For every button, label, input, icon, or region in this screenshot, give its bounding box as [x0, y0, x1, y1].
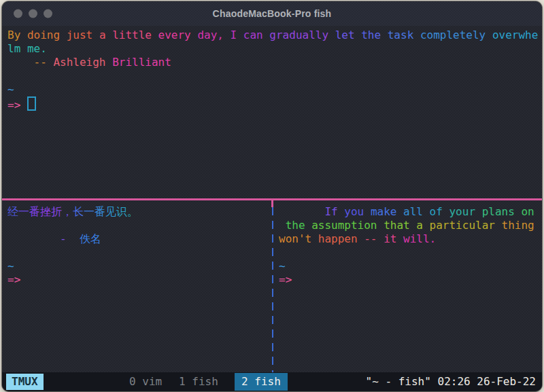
traffic-lights [14, 10, 52, 18]
close-button-icon[interactable] [14, 10, 22, 18]
tmux-window-1-fish[interactable]: 1 fish [179, 372, 218, 391]
prompt-path: ~ [7, 260, 267, 273]
terminal-content[interactable]: By doing just a little every day, I can … [2, 26, 542, 372]
quote-line: won't happen -- it will. [279, 232, 542, 246]
blank-line [279, 246, 542, 260]
tmux-window-2-fish-active[interactable]: 2 fish [235, 373, 288, 391]
prompt-path: ~ [279, 260, 542, 273]
blank-line [7, 246, 267, 260]
minimize-button-icon[interactable] [29, 10, 37, 18]
tmux-session-badge: TMUX [6, 374, 44, 390]
zoom-button-icon[interactable] [44, 10, 52, 18]
quote-attribution: - 佚名 [7, 232, 267, 246]
prompt-path: ~ [7, 83, 542, 96]
quote-line: the assumption that a particular thing [279, 219, 542, 232]
tmux-status-bar: TMUX 0 vim 1 fish 2 fish "~ - fish" 02:2… [2, 372, 542, 391]
pane-divider-vertical[interactable] [272, 207, 273, 372]
prompt-arrow: => [7, 273, 267, 287]
quote-attribution: -- Ashleigh Brilliant [7, 56, 542, 69]
quote-line: 经一番挫折，长一番见识。 [7, 205, 267, 219]
tmux-session-info: "~ - fish" 02:26 26-Feb-22 [366, 372, 536, 391]
bottom-left-pane: 经一番挫折，长一番见识。 - 佚名 ~ => [7, 205, 267, 287]
quote-line: lm me. [7, 42, 542, 56]
blank-line [7, 69, 542, 83]
bottom-right-pane: If you make all of your plans on the ass… [279, 205, 542, 287]
prompt-arrow: => [279, 273, 542, 287]
terminal-window: ChaodeMacBook-Pro fish By doing just a l… [2, 1, 542, 391]
prompt-line: => [7, 96, 542, 110]
prompt-arrow: => [7, 99, 27, 111]
blank-line [7, 219, 267, 232]
quote-line: By doing just a little every day, I can … [7, 29, 542, 42]
window-title: ChaodeMacBook-Pro fish [213, 8, 332, 19]
quote-line: If you make all of your plans on [279, 205, 542, 219]
window-titlebar[interactable]: ChaodeMacBook-Pro fish [2, 1, 542, 26]
terminal-cursor [27, 96, 36, 111]
pane-divider-junction [271, 200, 273, 207]
tmux-window-0-vim[interactable]: 0 vim [129, 372, 162, 391]
top-pane: By doing just a little every day, I can … [7, 29, 542, 110]
